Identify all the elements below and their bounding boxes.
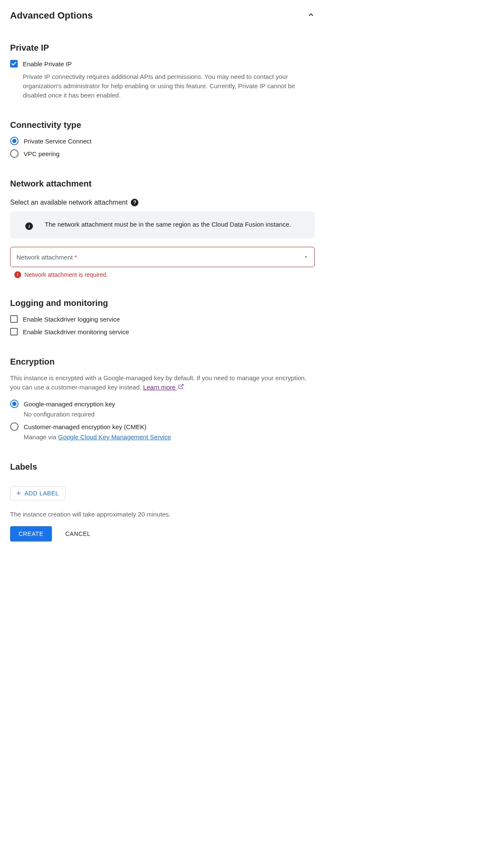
encryption-description: This instance is encrypted with a Google… bbox=[10, 373, 315, 392]
network-attachment-subheading: Select an available network attachment bbox=[10, 199, 127, 206]
labels-heading: Labels bbox=[10, 462, 315, 472]
kms-link[interactable]: Google Cloud Key Management Service bbox=[58, 433, 171, 441]
encryption-google-label: Google-managed encryption key bbox=[24, 400, 115, 409]
encryption-learn-more-link[interactable]: Learn more bbox=[143, 384, 184, 391]
cancel-button[interactable]: CANCEL bbox=[62, 526, 94, 541]
chevron-up-icon bbox=[307, 11, 315, 20]
enable-logging-checkbox[interactable] bbox=[10, 315, 18, 323]
connectivity-psc-radio[interactable] bbox=[10, 137, 19, 145]
logging-heading: Logging and monitoring bbox=[10, 298, 315, 308]
error-icon: ! bbox=[14, 271, 21, 278]
encryption-cmek-radio[interactable] bbox=[10, 422, 19, 431]
network-attachment-field-label: Network attachment bbox=[16, 254, 73, 261]
encryption-heading: Encryption bbox=[10, 357, 315, 367]
encryption-google-helper: No configuration required bbox=[24, 410, 115, 419]
advanced-options-title: Advanced Options bbox=[10, 10, 93, 21]
network-attachment-info-text: The network attachment must be in the sa… bbox=[45, 220, 291, 229]
connectivity-vpc-radio[interactable] bbox=[10, 149, 19, 158]
advanced-options-header[interactable]: Advanced Options bbox=[10, 10, 315, 21]
add-label-text: ADD LABEL bbox=[24, 490, 59, 497]
network-attachment-error-text: Network attachment is required. bbox=[24, 271, 108, 278]
network-attachment-info: i The network attachment must be in the … bbox=[10, 211, 315, 238]
enable-monitoring-checkbox[interactable] bbox=[10, 328, 18, 335]
add-label-button[interactable]: + ADD LABEL bbox=[10, 486, 65, 500]
enable-private-ip-checkbox[interactable] bbox=[10, 60, 18, 68]
network-attachment-error: ! Network attachment is required. bbox=[10, 271, 315, 278]
private-ip-heading: Private IP bbox=[10, 43, 315, 53]
encryption-google-radio[interactable] bbox=[10, 400, 19, 408]
caret-down-icon bbox=[303, 254, 308, 261]
enable-logging-label: Enable Stackdriver logging service bbox=[23, 315, 120, 324]
encryption-cmek-label: Customer-managed encryption key (CMEK) bbox=[24, 422, 171, 432]
network-attachment-select[interactable]: Network attachment * bbox=[10, 247, 315, 267]
create-button[interactable]: CREATE bbox=[10, 526, 52, 541]
required-asterisk: * bbox=[75, 254, 77, 261]
connectivity-psc-label: Private Service Connect bbox=[24, 137, 92, 146]
enable-monitoring-label: Enable Stackdriver monitoring service bbox=[23, 327, 129, 337]
info-icon: i bbox=[25, 222, 33, 230]
external-link-icon bbox=[178, 384, 184, 391]
network-attachment-heading: Network attachment bbox=[10, 179, 315, 189]
private-ip-helper: Private IP connectivity requires additio… bbox=[10, 72, 315, 100]
plus-icon: + bbox=[16, 490, 21, 496]
help-icon[interactable]: ? bbox=[131, 199, 138, 206]
creation-time-note: The instance creation will take approxim… bbox=[10, 511, 315, 518]
connectivity-type-heading: Connectivity type bbox=[10, 120, 315, 130]
encryption-cmek-helper: Manage via Google Cloud Key Management S… bbox=[24, 433, 171, 442]
enable-private-ip-label: Enable Private IP bbox=[23, 59, 72, 69]
connectivity-vpc-label: VPC peering bbox=[24, 149, 59, 159]
svg-line-0 bbox=[181, 384, 183, 387]
